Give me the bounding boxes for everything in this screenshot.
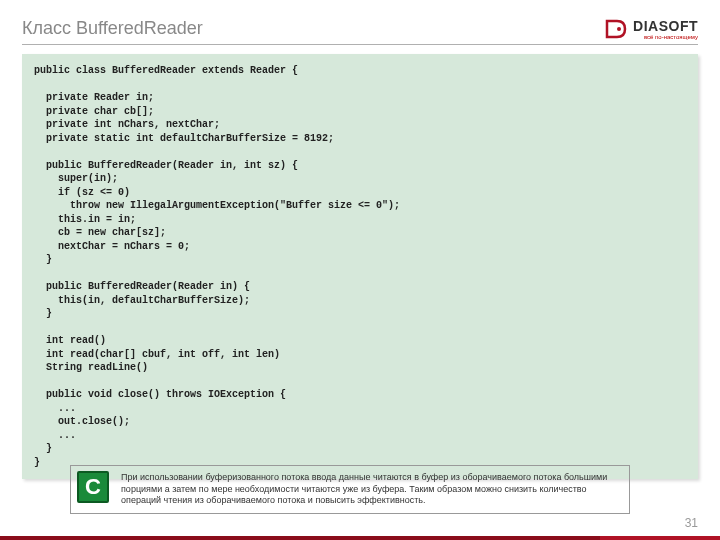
logo: DIASOFT всё по-настоящему — [605, 18, 698, 40]
note-text: При использовании буферизованного потока… — [121, 472, 619, 507]
logo-icon — [605, 19, 629, 39]
divider — [22, 44, 698, 45]
footer-bar — [0, 536, 720, 540]
header: Класс BufferedReader DIASOFT всё по-наст… — [22, 18, 698, 40]
logo-text: DIASOFT — [633, 18, 698, 34]
svg-point-0 — [617, 27, 621, 31]
page-number: 31 — [685, 516, 698, 530]
note-badge: C — [77, 471, 109, 503]
logo-subtext: всё по-настоящему — [633, 34, 698, 40]
note-box: C При использовании буферизованного пото… — [70, 465, 630, 514]
page-title: Класс BufferedReader — [22, 18, 203, 39]
code-block: public class BufferedReader extends Read… — [22, 54, 698, 479]
